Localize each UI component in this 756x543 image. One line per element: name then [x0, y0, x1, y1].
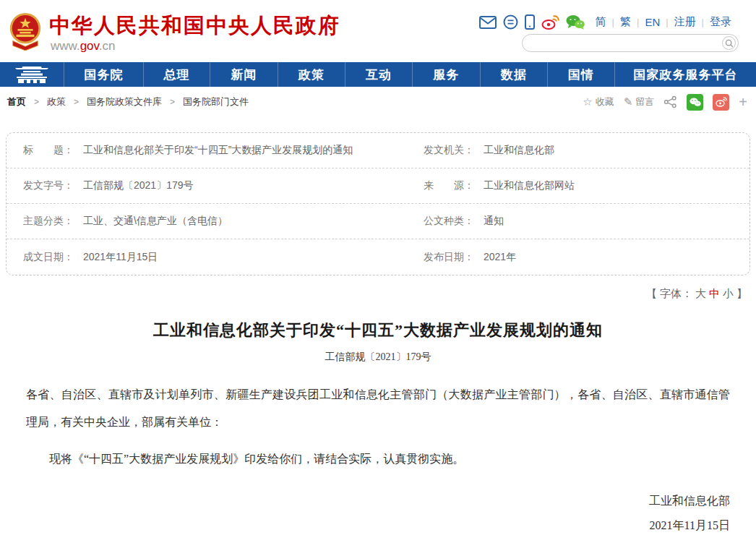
meta-row: 主题分类： 工业、交通\信息产业（含电信） 公文种类： 通知 [7, 204, 749, 239]
more-share-button[interactable]: + [739, 94, 747, 111]
link-traditional-chinese[interactable]: 繁 [620, 15, 631, 29]
meta-source: 来 源： 工业和信息化部网站 [409, 179, 749, 192]
breadcrumb-department-documents[interactable]: 国务院部门文件 [183, 95, 249, 108]
wechat-share-button[interactable] [687, 94, 703, 111]
nav-item-services[interactable]: 服务 [412, 62, 480, 87]
weibo-icon[interactable] [541, 14, 559, 30]
article-paragraph-recipients: 各省、自治区、直辖市及计划单列市、新疆生产建设兵团工业和信息化主管部门（大数据产… [26, 381, 730, 436]
mail-icon[interactable] [479, 16, 497, 29]
search-box [522, 34, 739, 52]
site-title: 中华人民共和国中央人民政府 [49, 12, 340, 40]
article-title: 工业和信息化部关于印发“十四五”大数据产业发展规划的通知 [43, 320, 713, 341]
site-header: 中华人民共和国中央人民政府 www.gov.cn 简 | 繁 | EN | 注册… [0, 0, 756, 62]
meta-row: 发文字号： 工信部规〔2021〕179号 来 源： 工业和信息化部网站 [7, 168, 749, 204]
header-utilities: 简 | 繁 | EN | 注册 | 登录 [479, 14, 731, 30]
language-account-links: 简 | 繁 | EN | 注册 | 登录 [596, 15, 731, 29]
article-paragraph-body: 现将《“十四五”大数据产业发展规划》印发给你们，请结合实际，认真贯彻实施。 [26, 445, 730, 473]
home-building-icon[interactable] [0, 62, 64, 87]
meta-issuing-agency: 发文机关： 工业和信息化部 [409, 144, 749, 157]
search-input[interactable] [531, 36, 722, 51]
search-icon [725, 39, 734, 48]
nav-item-gov-service-platform[interactable]: 国家政务服务平台 [614, 62, 756, 87]
link-simplified-chinese[interactable]: 简 [596, 15, 606, 29]
document-article: 工业和信息化部关于印发“十四五”大数据产业发展规划的通知 工信部规〔2021〕1… [0, 320, 756, 543]
wechat-icon[interactable] [566, 14, 585, 30]
font-size-small[interactable]: 小 [723, 287, 734, 299]
breadcrumb-row: 首页 > 政策 > 国务院政策文件库 > 国务院部门文件 ☆ 收藏 ✎ 留言 + [0, 87, 756, 117]
star-icon: ☆ [583, 95, 592, 108]
link-login[interactable]: 登录 [710, 15, 731, 29]
font-size-medium[interactable]: 中 [709, 287, 720, 299]
nav-item-state-council[interactable]: 国务院 [64, 62, 143, 87]
share-icon [663, 95, 677, 108]
meta-title: 标 题： 工业和信息化部关于印发“十四五”大数据产业发展规划的通知 [7, 144, 409, 157]
national-emblem-logo [7, 11, 43, 51]
page-actions: ☆ 收藏 ✎ 留言 + [583, 94, 747, 111]
message-icon[interactable] [503, 14, 518, 30]
meta-topic-category: 主题分类： 工业、交通\信息产业（含电信） [7, 215, 409, 228]
meta-written-date: 成文日期： 2021年11月15日 [7, 251, 409, 264]
nav-item-national-conditions[interactable]: 国情 [547, 62, 614, 87]
favorite-button[interactable]: ☆ 收藏 [583, 95, 614, 108]
comment-button[interactable]: ✎ 留言 [624, 95, 655, 108]
weibo-icon [716, 97, 727, 107]
meta-row: 成文日期： 2021年11月15日 发布日期： 2021年 [7, 239, 749, 275]
meta-document-number: 发文字号： 工信部规〔2021〕179号 [7, 179, 409, 192]
mobile-icon[interactable] [525, 14, 535, 30]
nav-item-news[interactable]: 新闻 [210, 62, 278, 87]
article-document-number: 工信部规〔2021〕179号 [0, 351, 756, 364]
pencil-icon: ✎ [624, 95, 633, 108]
meta-publish-date: 发布日期： 2021年 [409, 251, 749, 264]
meta-row: 标 题： 工业和信息化部关于印发“十四五”大数据产业发展规划的通知 发文机关： … [7, 133, 749, 168]
breadcrumb-policy-library[interactable]: 国务院政策文件库 [87, 95, 162, 108]
link-register[interactable]: 注册 [674, 15, 696, 29]
nav-item-data[interactable]: 数据 [480, 62, 547, 87]
main-navigation: 国务院 总理 新闻 政策 互动 服务 数据 国情 国家政务服务平台 [0, 62, 756, 87]
nav-item-premier[interactable]: 总理 [143, 62, 210, 87]
breadcrumb: 首页 > 政策 > 国务院政策文件库 > 国务院部门文件 [7, 95, 249, 108]
meta-document-type: 公文种类： 通知 [409, 215, 749, 228]
nav-item-policy[interactable]: 政策 [278, 62, 345, 87]
weibo-share-button[interactable] [713, 94, 729, 111]
search-button[interactable] [722, 36, 736, 50]
share-button[interactable] [663, 95, 677, 108]
nav-item-interaction[interactable]: 互动 [345, 62, 412, 87]
article-sign-date: 2021年11月15日 [0, 518, 730, 534]
breadcrumb-policy[interactable]: 政策 [47, 95, 66, 108]
link-english[interactable]: EN [645, 16, 660, 28]
font-size-large[interactable]: 大 [695, 287, 706, 299]
site-url: www.gov.cn [51, 39, 115, 54]
font-size-bar: 【字体：大中小】 [0, 287, 749, 301]
article-signer: 工业和信息化部 [0, 494, 730, 509]
breadcrumb-home[interactable]: 首页 [7, 95, 26, 108]
document-metadata-table: 标 题： 工业和信息化部关于印发“十四五”大数据产业发展规划的通知 发文机关： … [6, 132, 750, 275]
wechat-icon [690, 98, 701, 107]
